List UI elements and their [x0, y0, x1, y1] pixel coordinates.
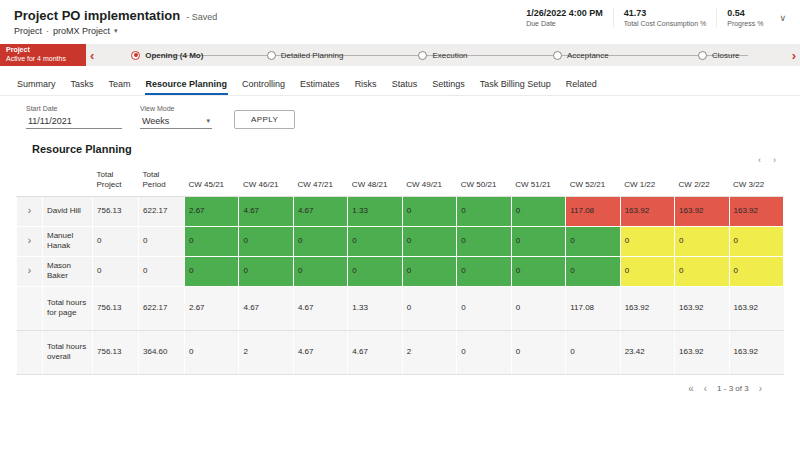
resource-name[interactable]: David Hill [43, 196, 93, 226]
hours-cell[interactable]: 163.92 [675, 196, 729, 226]
start-date-input[interactable]: 11/11/2021 [26, 115, 122, 129]
filter-bar: Start Date 11/11/2021 View Mode Weeks ▾ … [0, 96, 800, 139]
hours-cell[interactable]: 0 [402, 196, 456, 226]
view-mode-select[interactable]: Weeks ▾ [140, 115, 212, 129]
header-metrics: 1/26/2022 4:00 PM Due Date 41.73 Total C… [516, 8, 786, 27]
tab-settings[interactable]: Settings [431, 79, 466, 95]
active-stage-badge[interactable]: Project Active for 4 months [0, 44, 86, 66]
hours-cell[interactable]: 0 [185, 226, 239, 256]
hours-cell: 163.92 [620, 286, 674, 330]
hours-cell: 4.67 [293, 286, 347, 330]
bpf-stage-execution[interactable]: Execution [374, 51, 512, 60]
hours-cell[interactable]: 0 [729, 226, 783, 256]
tab-tasks[interactable]: Tasks [70, 79, 95, 95]
first-page-icon[interactable]: « [688, 383, 694, 394]
column-header-cw-46-21: CW 46/21 [239, 166, 293, 196]
total-project-value: 756.13 [93, 330, 139, 374]
hours-cell[interactable]: 163.92 [729, 196, 783, 226]
row-expander-icon[interactable]: › [17, 226, 43, 256]
resource-name[interactable]: Manuel Hanak [43, 226, 93, 256]
hours-cell[interactable]: 0 [511, 196, 565, 226]
metric-value: 41.73 [624, 8, 706, 18]
stage-label: Execution [432, 51, 467, 60]
hours-cell[interactable]: 0 [239, 256, 293, 286]
week-next-icon[interactable]: › [773, 155, 776, 166]
hours-cell: 1.33 [348, 286, 402, 330]
tab-resource-planning[interactable]: Resource Planning [145, 79, 229, 95]
hours-cell[interactable]: 0 [402, 256, 456, 286]
hours-cell[interactable]: 0 [293, 256, 347, 286]
tab-related[interactable]: Related [565, 79, 598, 95]
hours-cell: 0 [185, 330, 239, 374]
hours-cell[interactable]: 117.08 [566, 196, 620, 226]
hours-cell[interactable]: 0 [511, 256, 565, 286]
resource-row-mason-baker: ›Mason Baker0000000000000 [17, 256, 784, 286]
collapse-header-icon[interactable]: ∨ [779, 13, 786, 23]
hours-cell[interactable]: 0 [185, 256, 239, 286]
table-header-row: Total ProjectTotal PeriodCW 45/21CW 46/2… [17, 166, 784, 196]
tab-task-billing-setup[interactable]: Task Billing Setup [479, 79, 552, 95]
hours-cell[interactable]: 0 [457, 256, 511, 286]
hours-cell: 4.67 [239, 286, 293, 330]
resource-name[interactable]: Mason Baker [43, 256, 93, 286]
hours-cell[interactable]: 4.67 [293, 196, 347, 226]
column-header-cw-45-21: CW 45/21 [185, 166, 239, 196]
hours-cell[interactable]: 2.67 [185, 196, 239, 226]
hours-cell[interactable]: 0 [511, 226, 565, 256]
total-row-total-hours-for-page: Total hours for page756.13622.172.674.67… [17, 286, 784, 330]
bpf-stage-acceptance[interactable]: Acceptance [512, 51, 650, 60]
apply-button[interactable]: APPLY [234, 110, 295, 129]
hours-cell[interactable]: 0 [620, 256, 674, 286]
tab-risks[interactable]: Risks [354, 79, 378, 95]
tab-summary[interactable]: Summary [16, 79, 57, 95]
stage-label: Opening (4 Mo) [145, 51, 203, 60]
start-date-value: 11/11/2021 [28, 116, 72, 126]
breadcrumb-entity[interactable]: proMX Project [53, 26, 110, 36]
tab-controlling[interactable]: Controlling [241, 79, 286, 95]
hours-cell: 2 [402, 330, 456, 374]
bpf-scroll-right-icon[interactable]: › [788, 44, 800, 66]
hours-cell[interactable]: 163.92 [620, 196, 674, 226]
week-nav: ‹ › [0, 155, 800, 166]
bpf-scroll-left-icon[interactable]: ‹ [86, 44, 98, 66]
hours-cell[interactable]: 0 [239, 226, 293, 256]
hours-cell[interactable]: 0 [348, 256, 402, 286]
hours-cell[interactable]: 1.33 [348, 196, 402, 226]
start-date-field: Start Date 11/11/2021 [26, 105, 122, 129]
bpf-stage-detailed-planning[interactable]: Detailed Planning [236, 51, 374, 60]
row-expander-icon[interactable]: › [17, 196, 43, 226]
hours-cell[interactable]: 0 [620, 226, 674, 256]
resource-row-david-hill: ›David Hill756.13622.172.674.674.671.330… [17, 196, 784, 226]
breadcrumb-project[interactable]: Project [14, 26, 42, 36]
hours-cell[interactable]: 0 [566, 256, 620, 286]
hours-cell[interactable]: 0 [729, 256, 783, 286]
business-process-flow: Project Active for 4 months ‹ Opening (4… [0, 44, 800, 66]
week-prev-icon[interactable]: ‹ [758, 155, 761, 166]
hours-cell[interactable]: 0 [348, 226, 402, 256]
next-page-icon[interactable]: › [759, 383, 762, 394]
hours-cell[interactable]: 0 [402, 226, 456, 256]
hours-cell[interactable]: 4.67 [239, 196, 293, 226]
resource-planning-grid: Total ProjectTotal PeriodCW 45/21CW 46/2… [0, 166, 800, 402]
total-row-label: Total hours overall [43, 330, 93, 374]
total-period-value: 622.17 [139, 286, 185, 330]
tab-estimates[interactable]: Estimates [299, 79, 341, 95]
hours-cell[interactable]: 0 [457, 226, 511, 256]
hours-cell[interactable]: 0 [675, 226, 729, 256]
view-mode-field: View Mode Weeks ▾ [140, 105, 212, 129]
metric-progress: 0.54 Progress % [716, 8, 773, 27]
hours-cell[interactable]: 0 [457, 196, 511, 226]
prev-page-icon[interactable]: ‹ [704, 383, 707, 394]
bpf-stage-opening-4-mo[interactable]: Opening (4 Mo) [98, 51, 236, 60]
column-header-cw-49-21: CW 49/21 [402, 166, 456, 196]
hours-cell[interactable]: 0 [293, 226, 347, 256]
row-expander-icon[interactable]: › [17, 256, 43, 286]
chevron-down-icon[interactable]: ▾ [114, 27, 118, 35]
metric-label: Total Cost Consumption % [624, 20, 706, 27]
column-header-empty [17, 166, 43, 196]
tab-team[interactable]: Team [108, 79, 132, 95]
tab-status[interactable]: Status [391, 79, 419, 95]
hours-cell[interactable]: 0 [566, 226, 620, 256]
bpf-stage-closure[interactable]: Closure [650, 51, 788, 60]
hours-cell[interactable]: 0 [675, 256, 729, 286]
